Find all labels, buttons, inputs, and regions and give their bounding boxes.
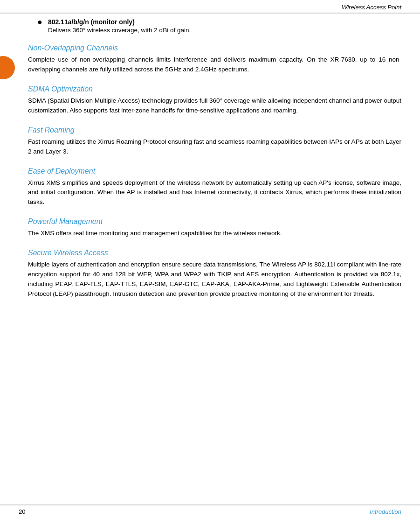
footer-section-label: Introduction xyxy=(370,508,401,515)
section-powerful-management: Powerful Management The XMS offers real … xyxy=(28,217,401,238)
section-title-powerful-management: Powerful Management xyxy=(28,217,401,226)
bullet-item-80211: ● 802.11a/b/g/n (monitor only) Delivers … xyxy=(28,18,401,34)
section-title-non-overlapping: Non-Overlapping Channels xyxy=(28,44,401,52)
section-fast-roaming: Fast Roaming Fast roaming utilizes the X… xyxy=(28,126,401,157)
section-title-fast-roaming: Fast Roaming xyxy=(28,126,401,134)
bullet-content: 802.11a/b/g/n (monitor only) Delivers 36… xyxy=(48,18,401,34)
section-ease-deployment: Ease of Deployment Xirrus XMS simplifies… xyxy=(28,167,401,208)
section-body-fast-roaming: Fast roaming utilizes the Xirrus Roaming… xyxy=(28,137,401,157)
section-non-overlapping: Non-Overlapping Channels Complete use of… xyxy=(28,44,401,75)
page-footer: 20 Introduction xyxy=(0,504,420,518)
content-area: ● 802.11a/b/g/n (monitor only) Delivers … xyxy=(0,14,420,310)
section-body-secure-wireless: Multiple layers of authentication and en… xyxy=(28,260,401,299)
section-body-sdma: SDMA (Spatial Division Multiple Access) … xyxy=(28,96,401,116)
section-secure-wireless: Secure Wireless Access Multiple layers o… xyxy=(28,249,401,299)
page-header: Wireless Access Point xyxy=(0,0,420,14)
page-container: Wireless Access Point ● 802.11a/b/g/n (m… xyxy=(0,0,420,518)
section-title-secure-wireless: Secure Wireless Access xyxy=(28,249,401,257)
bullet-dot: ● xyxy=(37,17,42,27)
section-body-powerful-management: The XMS offers real time monitoring and … xyxy=(28,229,401,238)
bullet-item-text: Delivers 360° wireless coverage, with 2 … xyxy=(48,27,401,34)
footer-page-number: 20 xyxy=(19,508,25,515)
bullet-item-title: 802.11a/b/g/n (monitor only) xyxy=(48,18,401,26)
section-body-ease-deployment: Xirrus XMS simplifies and speeds deploym… xyxy=(28,178,401,208)
header-title: Wireless Access Point xyxy=(342,4,401,11)
section-sdma: SDMA Optimization SDMA (Spatial Division… xyxy=(28,85,401,116)
section-body-non-overlapping: Complete use of non-overlapping channels… xyxy=(28,55,401,75)
section-title-ease-deployment: Ease of Deployment xyxy=(28,167,401,175)
section-title-sdma: SDMA Optimization xyxy=(28,85,401,93)
